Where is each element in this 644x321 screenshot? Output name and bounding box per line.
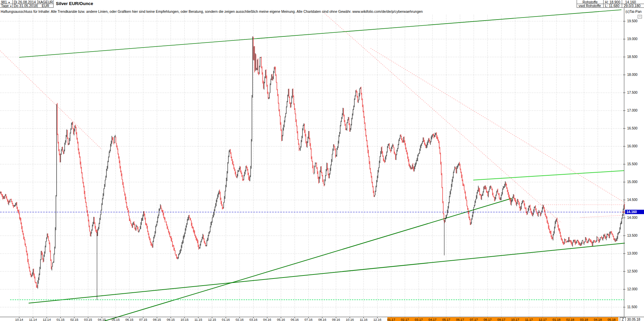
date-axis-label: 12.17 xyxy=(539,318,547,321)
red-dashed-mid xyxy=(325,13,561,223)
date-axis-label: 02.18 xyxy=(566,318,574,321)
price-axis-label: 19.000 xyxy=(627,37,638,41)
chevron-down-icon: ▼ xyxy=(10,5,12,7)
date-axis-label: 04.17 xyxy=(428,318,437,321)
last-price-badge: 14.160 xyxy=(625,210,644,214)
red-dashed-right xyxy=(371,48,625,203)
price-axis-label: 14.000 xyxy=(627,216,638,220)
date-axis-label: 04.15 xyxy=(98,318,106,321)
price-axis-label: 11.500 xyxy=(627,305,637,309)
date-axis-label: 12.16 xyxy=(374,318,382,321)
source-label: vwd Rohstoffe xyxy=(577,4,603,8)
date-axis-label: 07.16 xyxy=(304,318,313,321)
date-axis-label: 05.15 xyxy=(111,318,120,321)
price-axis-label: 15.500 xyxy=(627,162,638,166)
date-axis-label: 02.15 xyxy=(70,318,78,321)
date-axis-label: 09.17 xyxy=(497,318,506,321)
date-axis-label: 10.15 xyxy=(181,318,189,321)
price-axis-label: 14.500 xyxy=(627,198,638,202)
date-axis-label: 01.18 xyxy=(552,318,560,321)
last-price-header: 14.160 xyxy=(625,0,636,4)
date-axis-label: 12.15 xyxy=(208,318,216,321)
date-axis-label: 11.17 xyxy=(525,318,533,321)
date-axis-label: 07.17 xyxy=(470,318,478,321)
low-label: L: 11.680 xyxy=(605,4,619,8)
date-axis-label: 05.18 xyxy=(608,318,616,321)
price-axis-label: 13.000 xyxy=(627,252,638,255)
date-axis-label: 01.15 xyxy=(57,318,65,321)
price-gridlines xyxy=(0,21,624,307)
chart-window: 19.50019.00018.50018.00017.50017.00016.5… xyxy=(0,0,644,321)
price-axis-label: 18.500 xyxy=(627,55,638,59)
date-axis-label: 02.17 xyxy=(401,318,409,321)
date-axis-label: 05.17 xyxy=(442,318,450,321)
price-axis-label: 16.000 xyxy=(627,144,638,148)
price-axis-label: 17.500 xyxy=(627,91,638,94)
date-axis-label: 11.16 xyxy=(360,318,367,321)
date-axis-label: 09.15 xyxy=(167,318,175,321)
date-axis-label: 06.16 xyxy=(291,318,299,321)
lower-green-support-a xyxy=(29,243,625,303)
date-axis-label: 12.14 xyxy=(43,318,51,321)
date-axis-label: 03.15 xyxy=(84,318,92,321)
price-bars-up xyxy=(1,36,624,289)
price-axis-label: 15.000 xyxy=(627,180,638,184)
date-axis-label: 09.16 xyxy=(332,318,340,321)
chevron-down-icon: ▼ xyxy=(8,1,10,4)
price-axis-label: 17.000 xyxy=(627,109,638,112)
date-axis-label: 06.15 xyxy=(125,318,133,321)
date-axis-label: 04.16 xyxy=(263,318,271,321)
date-axis-label: 06.17 xyxy=(456,318,464,321)
date-axis-label: 04.18 xyxy=(594,318,602,321)
price-axis-label: 16.500 xyxy=(627,126,638,130)
date-axis-label: 08.17 xyxy=(484,318,492,321)
date-axis-label: 03.17 xyxy=(415,318,423,321)
price-axis-label: 13.500 xyxy=(627,234,638,237)
price-chart-canvas xyxy=(0,0,644,321)
red-dashed-horizontal-2 xyxy=(580,215,625,217)
end-date-label: 30.05.18 xyxy=(627,318,640,321)
date-axis-label: 11.14 xyxy=(29,318,37,321)
category-label: Rohstoffe xyxy=(578,0,602,4)
lower-green-support-b xyxy=(104,198,512,321)
divider xyxy=(0,7,54,8)
date-axis-label: 10.17 xyxy=(511,318,519,321)
price-axis-label: 18.000 xyxy=(627,73,638,77)
light-green-resistance xyxy=(473,171,624,180)
date-axis-label: 10.14 xyxy=(15,318,23,321)
date-axis-label: 01.17 xyxy=(387,318,395,321)
zoom-z-button[interactable]: Z xyxy=(620,317,626,321)
date-axis-label: 11.15 xyxy=(194,318,202,321)
minimize-icon[interactable]: − xyxy=(638,15,642,19)
divider xyxy=(0,4,54,4)
price-axis-label: 12.000 xyxy=(627,287,638,291)
date-axis-label: 03.16 xyxy=(249,318,257,321)
high-label: H: 18.900 xyxy=(605,0,620,4)
red-dashed-left xyxy=(0,51,102,149)
date-axis-label: 05.16 xyxy=(277,318,285,321)
price-axis-label: 19.500 xyxy=(627,19,638,23)
date-axis-label: 07.15 xyxy=(139,318,147,321)
range-info: 29.0/3.180 xyxy=(624,4,641,8)
page-title: Silver EUR/Ounce xyxy=(56,1,93,6)
date-axis-label: 08.15 xyxy=(153,318,161,321)
price-bars-down xyxy=(0,37,624,288)
watermark: (c)Tai-Pan xyxy=(625,9,642,13)
price-axis-label: 12.500 xyxy=(627,269,638,273)
date-axis-label: 01.16 xyxy=(222,318,230,321)
date-axis-label: 10.16 xyxy=(346,318,354,321)
disclaimer-text: Haftungsausschluss für Inhalte: Alle Tre… xyxy=(1,9,423,13)
date-axis-label: 02.16 xyxy=(236,318,244,321)
upper-green-channel xyxy=(19,10,621,57)
date-axis-label: 08.16 xyxy=(318,318,326,321)
date-axis-label: 03.18 xyxy=(580,318,588,321)
